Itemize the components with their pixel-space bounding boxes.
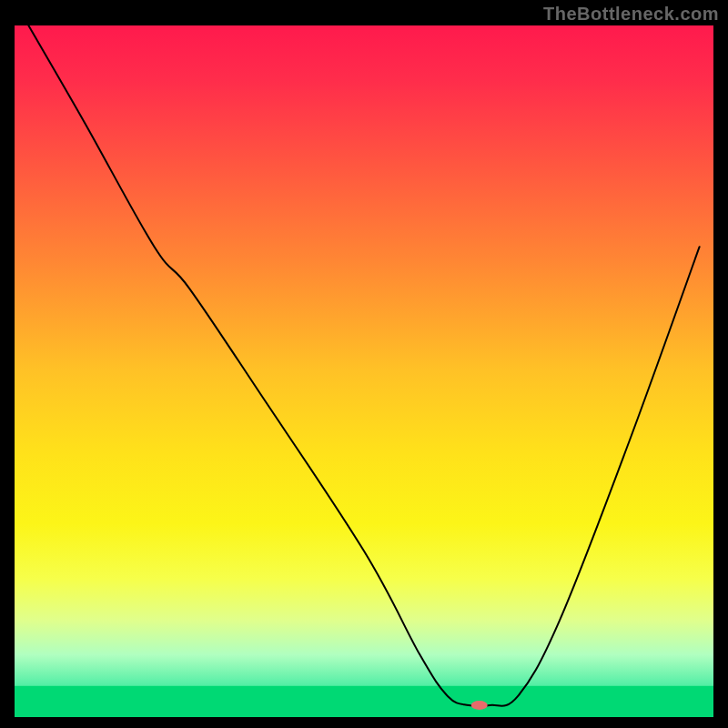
bottleneck-chart: TheBottleneck.com [0, 0, 728, 728]
green-band [15, 686, 713, 717]
gradient-background [15, 25, 713, 717]
plot-area [15, 25, 713, 717]
optimal-marker [471, 701, 488, 710]
watermark-text: TheBottleneck.com [543, 4, 719, 25]
chart-svg [0, 0, 728, 728]
